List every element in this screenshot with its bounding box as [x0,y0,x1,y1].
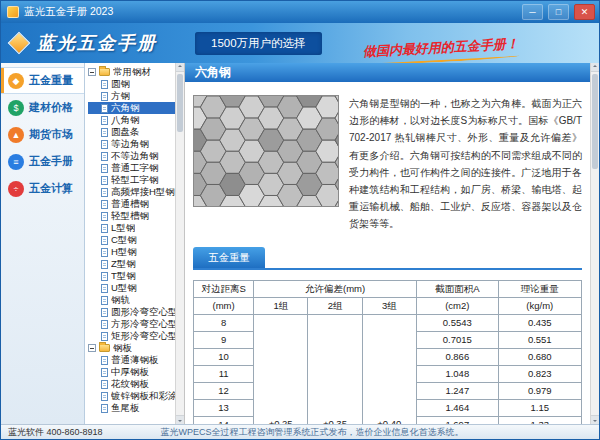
document-icon [101,164,108,173]
document-icon [101,224,108,233]
tree-group[interactable]: 钢板 [88,342,175,354]
sidebar-item-manual[interactable]: ≡五金手册 [1,148,84,175]
tree-item-label: 轻型槽钢 [111,210,149,222]
maximize-button[interactable]: □ [548,4,569,20]
tree-item-label: T型钢 [111,270,136,282]
content-scrollbar[interactable] [590,63,599,424]
col-header-area: 截面面积A [417,280,498,297]
tree-item[interactable]: H型钢 [88,246,175,258]
document-icon [101,320,108,329]
content-area: 六角钢 六角钢是型钢的一种，也称之为六角棒。截面为正六边形的棒材，以对边长度S为… [185,63,599,424]
tree-item[interactable]: 方钢 [88,90,175,102]
table-header: 对边距离S允许偏差(mm)截面面积A理论重量(mm)1组2组3组(cm2)(kg… [194,280,582,314]
tree-item[interactable]: 方形冷弯空心型钢 [88,318,175,330]
tree-item-label: 高频焊接H型钢 [111,186,175,198]
cell-size: 10 [194,348,254,365]
tree-item[interactable]: T型钢 [88,270,175,282]
tree-item-label: 圆盘条 [111,126,140,138]
tree-item[interactable]: 八角钢 [88,114,175,126]
document-icon [101,368,108,377]
tree-group[interactable]: 常用钢材 [88,66,175,78]
tree-item[interactable]: 矩形冷弯空心型钢 [88,330,175,342]
tree-scrollbar-thumb[interactable] [177,74,183,132]
intro-section: 六角钢是型钢的一种，也称之为六角棒。截面为正六边形的棒材，以对边长度S为标称尺寸… [185,82,590,233]
document-icon [101,140,108,149]
tree-item[interactable]: Z型钢 [88,258,175,270]
document-icon [101,200,108,209]
sidebar-item-calc[interactable]: ÷五金计算 [1,175,84,202]
tree-item[interactable]: 鱼尾板 [88,402,175,414]
description-text: 六角钢是型钢的一种，也称之为六角棒。截面为正六边形的棒材，以对边长度S为标称尺寸… [349,95,582,233]
window-title: 蓝光五金手册 2023 [24,5,113,19]
sidebar-item-label: 期货市场 [29,127,73,142]
titlebar: 蓝光五金手册 2023 ─ □ ✕ [1,1,599,23]
cell-weight: 0.680 [498,348,581,365]
cell-weight: 0.435 [498,314,581,331]
folder-icon [99,68,110,76]
tree-item[interactable]: L型钢 [88,222,175,234]
scroll-up-icon[interactable] [176,63,184,72]
col-unit-area: (cm2) [417,297,498,314]
tree-item-label: 镀锌钢板和彩涂板 [111,390,175,402]
tree-item[interactable]: 高频焊接H型钢 [88,186,175,198]
tree-item[interactable]: 圆盘条 [88,126,175,138]
tree-item-label: 六角钢 [111,102,140,114]
tree-item[interactable]: 等边角钢 [88,138,175,150]
tree-item-label: 普通工字钢 [111,162,159,174]
tree-item[interactable]: 轻型工字钢 [88,174,175,186]
app-window: 蓝光五金手册 2023 ─ □ ✕ 蓝光五金手册 1500万用户的选择 做国内最… [0,0,600,440]
tree-scrollbar[interactable] [175,63,184,424]
cell-size: 14 [194,416,254,424]
tree-item[interactable]: U型钢 [88,282,175,294]
scroll-down-icon[interactable] [176,415,184,424]
tree-item[interactable]: 中厚钢板 [88,366,175,378]
document-icon [101,212,108,221]
tree-item[interactable]: 圆钢 [88,78,175,90]
folder-icon [99,344,110,352]
tree-item[interactable]: 不等边角钢 [88,150,175,162]
tree-item[interactable]: C型钢 [88,234,175,246]
tab-weight[interactable]: 五金重量 [193,247,265,268]
col-unit-size: (mm) [194,297,254,314]
cell-weight: 1.33 [498,416,581,424]
collapse-icon[interactable] [88,344,96,352]
scroll-down-icon[interactable] [591,415,599,424]
tree-item[interactable]: 轻型槽钢 [88,210,175,222]
tree-item-label: 普通薄钢板 [111,354,159,366]
close-button[interactable]: ✕ [574,4,595,20]
sidebar-item-market[interactable]: ▲期货市场 [1,121,84,148]
hex-steel-photo-graphic [194,96,338,206]
tree-item[interactable]: 圆形冷弯空心型钢 [88,306,175,318]
sidebar-item-weight[interactable]: ◆五金重量 [1,67,84,94]
document-icon [101,284,108,293]
col-header-group2: 2组 [308,297,362,314]
sidebar-item-price[interactable]: $建材价格 [1,94,84,121]
document-icon [101,248,108,257]
tree-item[interactable]: 花纹钢板 [88,378,175,390]
tree-item[interactable]: 普通薄钢板 [88,354,175,366]
cell-area: 1.048 [417,365,498,382]
tree-item[interactable]: 钢轨 [88,294,175,306]
tree-item-label: 不等边角钢 [111,150,159,162]
sidebar-item-label: 五金重量 [29,73,73,88]
tree-item[interactable]: 镀锌钢板和彩涂板 [88,390,175,402]
content-inner: 六角钢 六角钢是型钢的一种，也称之为六角棒。截面为正六边形的棒材，以对边长度S为… [185,63,590,424]
tree-group-label: 钢板 [113,342,132,354]
tree-item-label: H型钢 [111,246,137,258]
tree-item[interactable]: 六角钢 [88,102,175,114]
collapse-icon[interactable] [88,68,96,76]
minimize-button[interactable]: ─ [522,4,543,20]
scroll-up-icon[interactable] [591,63,599,72]
tree-item[interactable]: 普通槽钢 [88,198,175,210]
cell-size: 8 [194,314,254,331]
calc-icon: ÷ [8,181,24,197]
tree-item-label: 方钢 [111,90,130,102]
tree-item-label: 鱼尾板 [111,402,140,414]
content-scrollbar-thumb[interactable] [592,74,598,169]
col-header-weight: 理论重量 [498,280,581,297]
page-title: 六角钢 [185,63,590,82]
document-icon [101,176,108,185]
document-icon [101,260,108,269]
sidebar: ◆五金重量$建材价格▲期货市场≡五金手册÷五金计算 [1,63,85,424]
tree-item[interactable]: 普通工字钢 [88,162,175,174]
